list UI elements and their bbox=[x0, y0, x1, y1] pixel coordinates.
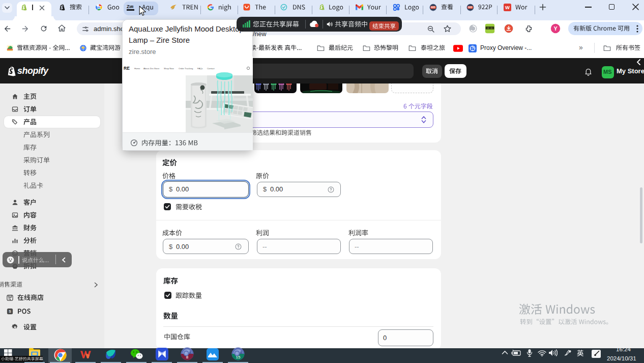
svg-text:Shop Now: Shop Now bbox=[164, 67, 174, 70]
svg-text:RE: RE bbox=[124, 66, 130, 71]
svg-text:Contact: Contact bbox=[207, 67, 215, 70]
svg-text:S: S bbox=[9, 310, 11, 313]
svg-text:FAQs: FAQs bbox=[197, 67, 203, 70]
svg-text:15: 15 bbox=[236, 355, 241, 359]
svg-text:Y: Y bbox=[553, 25, 558, 32]
svg-text:8: 8 bbox=[186, 355, 189, 359]
svg-text:Home: Home bbox=[134, 67, 140, 70]
svg-text:About Zire Store: About Zire Store bbox=[143, 67, 160, 70]
svg-text:Order Tracking: Order Tracking bbox=[179, 67, 193, 70]
svg-text:922: 922 bbox=[469, 6, 473, 9]
svg-text:W: W bbox=[505, 5, 510, 10]
svg-text:922: 922 bbox=[431, 6, 435, 9]
